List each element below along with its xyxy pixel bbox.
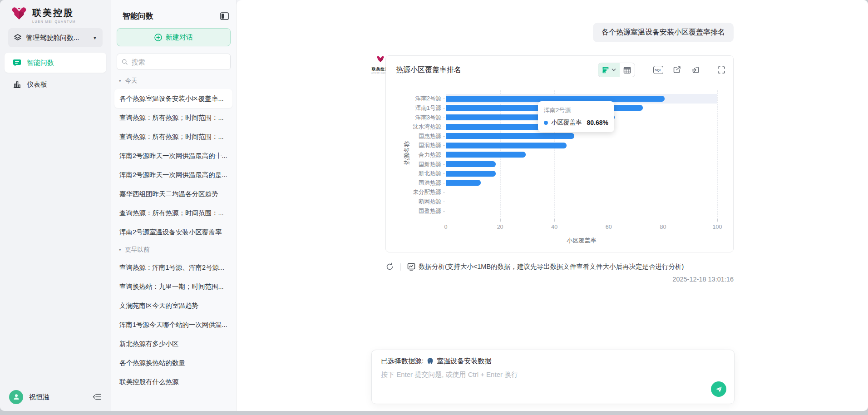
y-tick-mark [443, 136, 445, 137]
collapse-sidebar-icon[interactable] [93, 393, 102, 400]
chevron-down-icon: ▼ [93, 35, 97, 40]
brand-name: 联美控股 [32, 7, 76, 19]
sql-icon: SQL [653, 66, 663, 74]
move-to-dashboard-button[interactable] [690, 64, 701, 75]
chat-history-item[interactable]: 各个热源换热站的数量 [114, 353, 232, 372]
table-view-button[interactable] [620, 63, 635, 77]
chart-plot-area: 热源名称 小区覆盖率 浑南2号源 小区覆盖率 80.68% 0204060801… [386, 83, 733, 247]
chat-history-item[interactable]: 浑南1号源今天哪个站的一次网供温... [114, 315, 232, 334]
x-tick-label: 60 [599, 224, 619, 230]
chat-section-header[interactable]: ▾更早以前 [114, 242, 232, 258]
x-tick-label: 20 [490, 224, 510, 230]
chat-history-item[interactable]: 查询热源：所有热源；时间范围：... [114, 108, 232, 127]
y-axis-category-label: 新北热源 [386, 170, 441, 178]
chat-history-item[interactable]: 文澜苑南区今天的室温趋势 [114, 296, 232, 315]
search-box[interactable] [117, 54, 231, 70]
actions-divider [400, 263, 401, 271]
tooltip-title: 浑南2号源 [544, 106, 608, 114]
chart-bar[interactable] [446, 180, 481, 186]
chat-history-item-label: 查询热源：所有热源；时间范围：... [119, 209, 227, 217]
x-tick-mark [717, 219, 718, 222]
y-tick-mark [443, 145, 445, 146]
chat-history-item[interactable]: 浑南2号源昨天一次网供温最高的是... [114, 165, 232, 184]
new-chat-button[interactable]: 新建对话 [117, 28, 231, 46]
y-tick-mark [443, 211, 445, 212]
y-tick-mark [443, 164, 445, 165]
chat-history-item[interactable]: 各个热源室温设备安装小区覆盖率... [114, 89, 232, 108]
chart-bar[interactable] [446, 152, 526, 158]
chart-view-switch [598, 63, 635, 77]
chat-section-header[interactable]: ▾今天 [114, 73, 232, 89]
avatar[interactable] [9, 390, 23, 404]
composer[interactable]: 已选择数据源: 室温设备安装数据 [371, 350, 735, 404]
chart-bar[interactable] [446, 133, 574, 139]
chart-x-axis-name: 小区覆盖率 [446, 237, 717, 245]
data-analysis-action[interactable]: 数据分析(支持大小<1MB的数据，建议先导出数据文件查看文件大小后再决定是否进行… [407, 262, 684, 271]
chat-history-item-label: 浑南1号源今天哪个站的一次网供温... [119, 321, 227, 329]
caret-down-icon: ▾ [119, 247, 121, 252]
fullscreen-icon [717, 66, 725, 74]
chat-bubble-icon [13, 59, 21, 67]
x-tick-label: 100 [707, 224, 727, 230]
x-tick-mark [446, 219, 446, 222]
caret-down-icon: ▾ [119, 79, 121, 83]
chat-history-item-label: 查询换热站：九里一期；时间范围... [119, 282, 227, 291]
horizontal-bar-chart-icon [602, 66, 610, 74]
question-input[interactable] [381, 371, 671, 378]
chart-card: 热源小区覆盖率排名 [385, 55, 734, 252]
y-tick-mark [443, 202, 445, 202]
y-tick-mark [443, 183, 445, 183]
chat-history-item[interactable]: 查询热源：浑南1号源、浑南2号源... [114, 258, 232, 277]
chat-history-item[interactable]: 查询热源：所有热源；时间范围：... [114, 127, 232, 146]
chat-section-label: 更早以前 [125, 246, 150, 254]
chart-tooltip: 浑南2号源 小区覆盖率 80.68% [538, 101, 614, 132]
y-axis-category-label: 合力热源 [386, 151, 441, 159]
y-axis-category-label: 国浩热源 [386, 179, 441, 187]
y-tick-mark [443, 108, 445, 109]
y-axis-category-label: 沈水湾热源 [386, 123, 441, 131]
send-button[interactable] [711, 381, 726, 397]
chart-bar[interactable] [446, 161, 496, 167]
chart-type-button[interactable] [598, 63, 620, 77]
fullscreen-button[interactable] [716, 64, 727, 75]
y-axis-category-label: 浑南3号源 [386, 114, 441, 122]
chart-bar[interactable] [446, 143, 567, 148]
message-timestamp: 2025-12-18 13:01:16 [672, 276, 734, 283]
search-input[interactable] [132, 58, 226, 66]
tooltip-series: 小区覆盖率 [551, 119, 584, 127]
sidebar-item-dashboard[interactable]: 仪表板 [5, 74, 106, 94]
chart-bar[interactable] [446, 171, 496, 177]
refresh-icon[interactable] [385, 262, 394, 271]
brand-subtitle: LUEN MEI QUANTUM [32, 20, 76, 23]
sql-button[interactable]: SQL [653, 64, 664, 75]
y-axis-category-label: 国润热源 [386, 142, 441, 149]
chat-history-item[interactable]: 查询热源：所有热源；时间范围：... [114, 203, 232, 222]
chevron-down-icon [612, 68, 616, 72]
chat-history-item[interactable]: 浑南2号源昨天一次网供温最高的十... [114, 146, 232, 165]
x-tick-mark [500, 219, 501, 222]
y-axis-category-label: 国盈热源 [386, 208, 441, 215]
chat-history-item[interactable]: 查询换热站：九里一期；时间范围... [114, 277, 232, 296]
sidebar-item-qa[interactable]: 智能问数 [5, 53, 106, 73]
y-axis-category-label: 浑南1号源 [386, 104, 441, 112]
export-button[interactable] [671, 64, 682, 75]
y-tick-mark [443, 99, 445, 99]
chat-history-item[interactable]: 联美控股有什么热源 [114, 372, 232, 391]
table-icon [623, 66, 631, 74]
collapse-panel-icon[interactable] [220, 12, 229, 20]
chat-history-item[interactable]: 浑南2号源室温设备安装小区覆盖率 [114, 222, 232, 242]
workspace-selector[interactable]: 管理驾驶舱问数... ▼ [8, 28, 103, 47]
layers-icon [14, 34, 22, 42]
chart-bar[interactable] [446, 96, 665, 102]
chat-history-item-label: 浑南2号源昨天一次网供温最高的是... [119, 171, 227, 179]
brand-logo: 联美控股 LUEN MEI QUANTUM [10, 6, 76, 24]
person-icon [12, 393, 20, 401]
chat-history-item[interactable]: 新北热源有多少小区 [114, 334, 232, 353]
user-row[interactable]: 祝恒溢 [9, 389, 102, 405]
chat-history-item[interactable]: 嘉华西组团昨天二均温各分区趋势 [114, 184, 232, 203]
chat-history-item-label: 新北热源有多少小区 [119, 340, 227, 348]
toolbar-divider [708, 66, 708, 74]
message-actions: 数据分析(支持大小<1MB的数据，建议先导出数据文件查看文件大小后再决定是否进行… [385, 262, 684, 271]
y-axis-category-label: 断网热源 [386, 198, 441, 206]
chat-history-item-label: 查询热源：所有热源；时间范围：... [119, 133, 227, 141]
